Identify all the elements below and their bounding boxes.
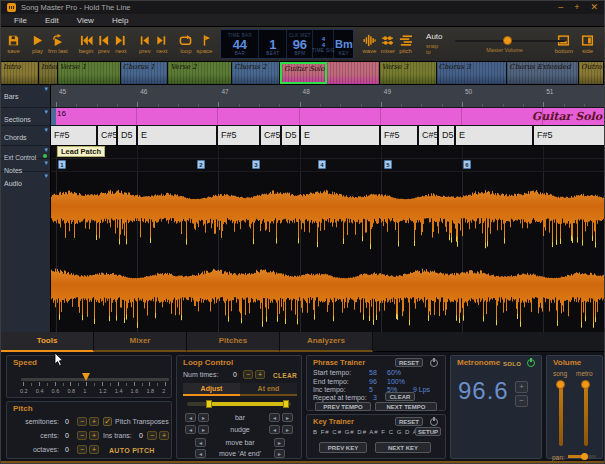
cents-stepper[interactable]: −+ xyxy=(77,431,99,440)
chevron-down-icon[interactable]: ▾ xyxy=(44,172,48,179)
loop-tab-adjust[interactable]: Adjust xyxy=(183,383,240,396)
loop-range-slider[interactable] xyxy=(187,402,291,406)
snap-value[interactable]: Auto xyxy=(426,33,442,41)
toolbar-mixer-button[interactable]: mixer xyxy=(380,34,395,54)
speed-slider[interactable]: 0.20.40.60.811.21.41.61.82 xyxy=(13,371,167,397)
audio-waveform[interactable] xyxy=(51,172,605,332)
octaves-stepper[interactable]: −+ xyxy=(77,445,99,454)
prev-key-button[interactable]: PREV KEY xyxy=(319,442,367,453)
minus-button[interactable]: − xyxy=(77,431,87,440)
nudge-end-back-button[interactable]: ◂ xyxy=(269,425,280,434)
toolbar-prev-section-button[interactable]: prev xyxy=(138,34,151,54)
master-volume-knob[interactable] xyxy=(503,36,512,45)
chevron-down-icon[interactable]: ▾ xyxy=(44,85,48,92)
plus-button[interactable]: + xyxy=(89,417,99,426)
chevron-down-icon[interactable]: ▾ xyxy=(44,126,48,133)
chord-cell-e[interactable]: E xyxy=(456,126,534,145)
note-marker[interactable]: 6 xyxy=(463,160,471,169)
metronome-power-icon[interactable] xyxy=(527,359,535,367)
minus-button[interactable]: − xyxy=(77,445,87,454)
loop-tab-at-end[interactable]: At end xyxy=(240,383,297,396)
key-setup-button[interactable]: SETUP xyxy=(415,427,441,436)
auto-pitch-button[interactable]: AUTO PITCH xyxy=(109,447,155,455)
toolbar-begin-button[interactable]: begin xyxy=(79,34,94,54)
plus-button[interactable]: + xyxy=(159,431,169,440)
note-marker[interactable]: 5 xyxy=(384,160,392,169)
bars-ruler[interactable]: 45464748495051 xyxy=(51,85,605,108)
chord-cell-d5[interactable]: D5 xyxy=(282,126,301,145)
chord-cell-e[interactable]: E xyxy=(138,126,218,145)
minimize-button[interactable]: – xyxy=(558,3,563,12)
toolbar-next-section-button[interactable]: next xyxy=(155,34,168,54)
song-volume-knob[interactable] xyxy=(556,380,565,389)
overview-segment-chorus-1[interactable]: Chorus 1 xyxy=(121,62,169,84)
menu-item-edit[interactable]: Edit xyxy=(36,14,68,27)
overview-segment-chorus-2[interactable]: Chorus 2 xyxy=(232,62,280,84)
pitch-transposes-checkbox[interactable]: ✓ xyxy=(103,417,112,426)
toolbar-loop-button[interactable]: loop xyxy=(179,34,192,54)
chord-cell-d5[interactable]: D5 xyxy=(439,126,456,145)
chord-cell-f-5[interactable]: F#5 xyxy=(51,126,98,145)
track-header-bars[interactable]: Bars ▾ xyxy=(1,85,50,108)
chord-cell-c-5[interactable]: C#5 xyxy=(261,126,282,145)
chord-cell-e[interactable]: E xyxy=(301,126,381,145)
section-resize-handle[interactable] xyxy=(51,108,56,125)
ext-control-track[interactable]: Lead Patch xyxy=(51,146,605,159)
note-marker[interactable]: 3 xyxy=(252,160,260,169)
bar-end-back-button[interactable]: ◂ xyxy=(269,413,280,422)
phrase-power-icon[interactable] xyxy=(430,359,438,367)
overview-segment-guitar-solo[interactable]: Guitar Solo xyxy=(280,62,327,84)
phrase-reset-button[interactable]: RESET xyxy=(395,358,423,367)
tab-mixer[interactable]: Mixer xyxy=(94,332,187,352)
loop-start-handle[interactable] xyxy=(206,400,212,408)
ins-trans-stepper[interactable]: −+ xyxy=(147,431,169,440)
tab-pitches[interactable]: Pitches xyxy=(187,332,280,352)
phrase-clear-button[interactable]: CLEAR xyxy=(385,392,415,401)
semitones-stepper[interactable]: −+ xyxy=(77,417,99,426)
toolbar-space-button[interactable]: space xyxy=(196,34,212,54)
song-volume-slider[interactable] xyxy=(559,382,563,446)
overview-segment[interactable] xyxy=(327,62,380,84)
chord-cell-f-5[interactable]: F#5 xyxy=(218,126,261,145)
overview-segment-verse-1[interactable]: Verse 1 xyxy=(58,62,121,84)
minus-button[interactable]: − xyxy=(147,431,157,440)
minus-button[interactable]: − xyxy=(77,417,87,426)
nudge-end-fwd-button[interactable]: ▸ xyxy=(282,425,293,434)
pan-slider[interactable] xyxy=(568,455,596,458)
note-marker[interactable]: 2 xyxy=(197,160,205,169)
tab-tools[interactable]: Tools xyxy=(1,332,94,352)
menu-item-file[interactable]: File xyxy=(5,14,36,27)
track-header-audio[interactable]: Audio ▾ xyxy=(1,172,50,332)
overview-segment-verse-3[interactable]: Verse 3 xyxy=(380,62,437,84)
plus-button[interactable]: + xyxy=(255,370,265,379)
loop-clear-button[interactable]: CLEAR xyxy=(273,372,297,380)
key-reset-button[interactable]: RESET xyxy=(395,417,423,426)
toolbar-bottom-button[interactable]: bottom xyxy=(555,34,573,54)
menu-item-help[interactable]: Help xyxy=(103,14,137,27)
metro-volume-slider[interactable] xyxy=(584,382,588,446)
chord-cell-d5[interactable]: D5 xyxy=(118,126,138,145)
toolbar-wave-button[interactable]: wave xyxy=(362,34,376,54)
plus-button[interactable]: + xyxy=(89,431,99,440)
toolbar-next-bar-button[interactable]: next xyxy=(114,34,127,54)
overview-segment-chorus-3[interactable]: Chorus 3 xyxy=(437,62,508,84)
metro-volume-knob[interactable] xyxy=(581,380,590,389)
speed-slider-thumb[interactable] xyxy=(82,373,90,381)
chevron-down-icon[interactable]: ▾ xyxy=(44,159,48,166)
next-tempo-button[interactable]: NEXT TEMPO xyxy=(375,402,437,411)
maximize-button[interactable]: + xyxy=(574,3,579,12)
chord-cell-c-5[interactable]: C#5 xyxy=(98,126,118,145)
pan-knob[interactable] xyxy=(581,453,588,460)
move-at-end-fwd-button[interactable]: ▸ xyxy=(274,449,285,458)
chord-cell-c-5[interactable]: C#5 xyxy=(419,126,439,145)
toolbar-side-button[interactable]: side xyxy=(581,34,594,54)
move-bar-fwd-button[interactable]: ▸ xyxy=(274,438,285,447)
note-marker[interactable]: 4 xyxy=(318,160,326,169)
patch-label[interactable]: Lead Patch xyxy=(57,146,105,157)
notes-track[interactable]: 123456 xyxy=(51,159,605,172)
metronome-solo-button[interactable]: SOLO xyxy=(503,360,521,368)
minus-button[interactable]: − xyxy=(243,370,253,379)
metronome-plus-button[interactable]: + xyxy=(515,381,528,393)
snap-to-control[interactable]: Auto snap to xyxy=(426,33,442,55)
plus-button[interactable]: + xyxy=(89,445,99,454)
